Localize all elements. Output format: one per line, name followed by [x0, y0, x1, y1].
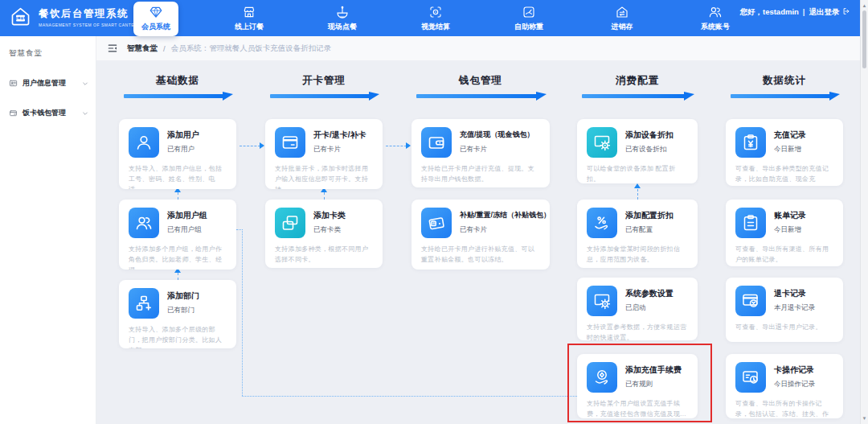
user-area: 您好，testadmin|退出登录	[739, 6, 850, 18]
tab-system-accounts[interactable]: 系统账号	[693, 5, 738, 32]
tab-online-ordering[interactable]: 线上订餐	[227, 5, 272, 32]
card-description: 支持给已开卡用户进行补贴充值、可以重置补贴金额。也可以冻结。	[421, 245, 540, 266]
breadcrumb: 智慧食堂 / 会员系统：管理就餐人员饭卡充值设备折扣记录	[96, 36, 860, 60]
tab-inventory[interactable]: 进销存	[600, 5, 645, 32]
card-description: 支持导入、添加用户信息，包括工号、密码、姓名、性别、电话。	[129, 164, 227, 189]
column-arrow-underline	[731, 94, 830, 98]
card-subsidy-reset-freeze-wallet[interactable]: 补贴/重置/冻结（补贴钱包） 已有卡片 支持给已开卡用户进行补贴充值、可以重置补…	[411, 200, 550, 270]
user-group-icon	[129, 208, 159, 238]
id-card-icon	[9, 79, 18, 88]
connector-usergroup-to-user	[178, 192, 178, 200]
card-recharge-records[interactable]: 充值记录 今日新增 可查看、导出多种类型的充值记录，比如自助充值、现金充值、..…	[726, 119, 843, 186]
card-add-user-group[interactable]: 添加用户组 已有用户组 支持添加多个用户组，给用户作角色归类。比如老师、学生、经…	[119, 200, 236, 270]
topbar: 餐饮后台管理系统 MANAGEMENT SYSTEM OF SMART CANT…	[0, 0, 868, 36]
card-description: 可查看、导出多种类型的充值记录，比如自助充值、现金充值、...	[735, 164, 833, 186]
connector-cardtype-to-card	[324, 192, 325, 200]
card-status: 已有设备折扣	[625, 145, 674, 154]
connector-user-to-card	[240, 146, 260, 146]
card-description: 支持添加食堂某时间段的折扣信息，应用范围为设备。	[587, 245, 688, 266]
app-logo: 餐饮后台管理系统 MANAGEMENT SYSTEM OF SMART CANT…	[8, 5, 141, 30]
main-nav: 会员系统 线上订餐 现场点餐 视觉结算 自助称重 进销存 系统账号	[133, 0, 738, 36]
users-icon	[708, 5, 723, 19]
card-status: 已有用户组	[167, 225, 207, 235]
scale-icon	[522, 5, 536, 19]
card-title: 系统参数设置	[625, 288, 674, 299]
smart-canteen-house-icon	[8, 5, 33, 30]
card-title: 账单记录	[774, 210, 806, 221]
column-arrow-underline	[270, 94, 370, 98]
card-add-config-discount[interactable]: 添加配置折扣 已有配置 支持添加食堂某时间段的折扣信息，应用范围为设备。	[577, 200, 698, 268]
clipboard-lines-icon	[735, 208, 766, 238]
cards-stack-icon	[275, 208, 305, 238]
sidebar-item-meal-card-wallet-management[interactable]: 饭卡钱包管理	[0, 108, 96, 118]
card-title: 添加充值手续费	[625, 364, 682, 376]
card-add-recharge-fee[interactable]: 添加充值手续费 已有规则 支持给某个用户组设置充值手续费，充值途径包含微信充值及…	[577, 354, 698, 418]
column-header-card-opening: 开卡管理	[265, 74, 383, 98]
card-status: 已有卡类	[313, 225, 346, 235]
card-status: 已有用户	[167, 145, 199, 154]
card-recharge-withdraw-cash-wallet[interactable]: 充值/提现（现金钱包） 已有卡片 支持给已开卡用户进行充值、提现。支持导出用户钱…	[411, 119, 550, 187]
module-board: 基础数据 开卡管理 钱包管理 消费配置 数据统计	[96, 60, 860, 424]
wallet-icon	[421, 127, 452, 158]
sidebar: 智慧食堂 用户信息管理 饭卡钱包管理	[0, 36, 96, 424]
tab-onsite-ordering[interactable]: 现场点餐	[320, 5, 365, 32]
app-subtitle: MANAGEMENT SYSTEM OF SMART CANTEEN	[39, 23, 141, 27]
card-status: 已有卡片	[460, 225, 540, 235]
column-header-consumption-config: 消费配置	[577, 74, 698, 98]
org-chart-icon	[129, 288, 159, 319]
connector-arrow	[634, 183, 641, 188]
card-status: 今日新增	[774, 225, 806, 235]
card-description: 可查看、导出退卡用户记录。	[735, 323, 833, 333]
chevron-down-icon	[82, 110, 88, 117]
column-header-basic-data: 基础数据	[119, 74, 236, 98]
card-add-card-type[interactable]: 添加卡类 已有卡类 支持添加多种类，根据不同用户选择不同卡。	[265, 200, 383, 268]
content-area: 智慧食堂 / 会员系统：管理就餐人员饭卡充值设备折扣记录 基础数据 开卡管理 钱…	[96, 36, 860, 424]
tab-member-system[interactable]: 会员系统	[133, 2, 178, 36]
card-description: 支持添加多种类，根据不同用户选择不同卡。	[275, 245, 373, 266]
card-title: 添加部门	[167, 290, 199, 302]
user-greeting: 您好，testadmin	[739, 7, 798, 16]
breadcrumb-current: 会员系统：管理就餐人员饭卡充值设备折扣记录	[171, 43, 332, 54]
tab-self-weighing[interactable]: 自助称重	[506, 5, 551, 32]
chevron-down-icon	[82, 80, 88, 87]
sidebar-title: 智慧食堂	[0, 36, 96, 59]
clipboard-yuan-icon	[735, 127, 766, 158]
card-description: 支持给已开卡用户进行充值、提现。支持导出用户钱包数据。	[421, 164, 540, 185]
connector-arrow	[406, 142, 411, 149]
card-history-icon	[735, 362, 766, 393]
card-status: 已有卡片	[313, 145, 366, 154]
column-arrow-underline	[124, 94, 223, 98]
card-bill-records[interactable]: 账单记录 今日新增 可查看、导出所有渠道、所有用户的账单记录。	[726, 200, 843, 266]
column-header-data-statistics: 数据统计	[726, 74, 843, 98]
card-add-device-discount[interactable]: 添加设备折扣 已有设备折扣 可以给食堂的设备添加 配置折扣。	[577, 119, 698, 183]
tab-visual-checkout[interactable]: 视觉结算	[413, 5, 458, 32]
sidebar-item-user-info-management[interactable]: 用户信息管理	[0, 78, 96, 89]
card-title: 添加卡类	[313, 210, 346, 221]
card-description: 支持导入、添加多个层级的部门，把用户按部门分类。比如人事部...	[129, 325, 227, 348]
card-add-user[interactable]: 添加用户 已有用户 支持导入、添加用户信息，包括工号、密码、姓名、性别、电话。	[119, 119, 236, 189]
user-divider: |	[803, 6, 805, 18]
coin-hand-icon	[587, 362, 617, 393]
vertical-scrollbar[interactable]: ▲ ▼	[860, 0, 868, 424]
card-card-return-records[interactable]: 退卡记录 本月退卡记录 可查看、导出退卡用户记录。	[726, 278, 843, 342]
card-open-return-reissue-card[interactable]: 开卡/退卡/补卡 已有卡片 支持批量开卡，添加卡时选择用户输入相应信息即可开卡。…	[265, 119, 383, 189]
scroll-down-icon[interactable]: ▼	[861, 414, 868, 422]
dish-icon	[335, 5, 350, 19]
card-title: 添加设备折扣	[625, 130, 674, 141]
scrollbar-thumb[interactable]	[862, 10, 866, 68]
logout-button[interactable]: 退出登录	[809, 7, 840, 16]
percent-hand-icon	[587, 208, 617, 238]
scroll-up-icon[interactable]: ▲	[861, 2, 868, 10]
column-header-wallet-management: 钱包管理	[411, 74, 550, 98]
card-card-operation-records[interactable]: 卡操作记录 今日操作记录 可查看、导出所有的卡操作记录，包括认证、冻结、挂失、作…	[726, 354, 843, 418]
breadcrumb-root[interactable]: 智慧食堂	[127, 43, 158, 54]
logout-icon[interactable]	[840, 7, 850, 16]
connector-card-to-wallet	[386, 146, 407, 146]
collapse-sidebar-icon[interactable]	[107, 43, 118, 54]
card-title: 充值记录	[774, 130, 806, 141]
card-description: 支持给某个用户组设置充值手续费，充值途径包含微信充值及现...	[587, 399, 688, 418]
breadcrumb-separator: /	[163, 44, 166, 53]
card-system-parameter-settings[interactable]: 系统参数设置 已启动 支持设置参考数据，方便常规运营时的快速设置。	[577, 278, 698, 340]
card-add-department[interactable]: 添加部门 已有部门 支持导入、添加多个层级的部门，把用户按部门分类。比如人事部.…	[119, 280, 236, 348]
card-status: 今日新增	[774, 145, 806, 154]
